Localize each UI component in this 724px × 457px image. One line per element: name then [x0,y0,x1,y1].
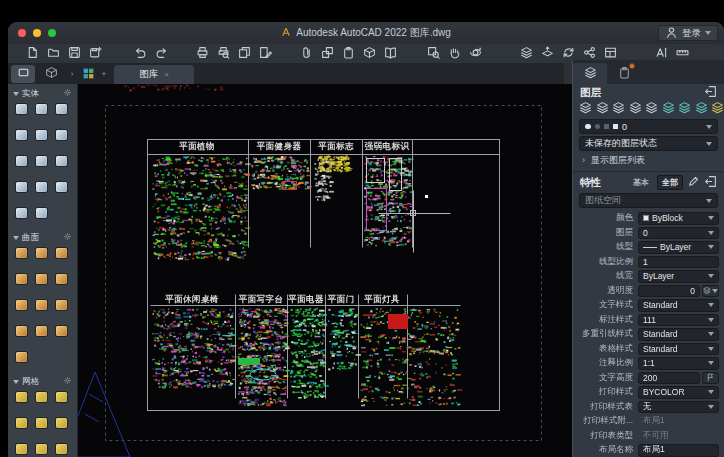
save-button[interactable] [64,45,85,62]
tool-thumbnail-icon[interactable] [35,103,48,115]
tool-thumbnail-icon[interactable] [35,129,48,141]
view-all-button[interactable]: 全部 [657,175,683,190]
gear-icon[interactable] [63,232,72,243]
property-dropdown[interactable]: Standard [638,299,719,312]
move-layer-button[interactable] [537,45,558,62]
tool-thumbnail-icon[interactable] [15,443,28,455]
undo-button[interactable] [130,45,151,62]
tool-thumbnail-icon[interactable] [15,103,28,115]
tool-thumbnail-icon[interactable] [35,443,48,455]
content-button[interactable] [380,45,401,62]
tool-thumbnail-icon[interactable] [55,247,68,259]
tool-thumbnail-icon[interactable] [55,103,68,115]
drawing-tab[interactable]: 图库 × [114,65,194,84]
tool-thumbnail-icon[interactable] [35,155,48,167]
linetype-dropdown[interactable]: ByLayer [638,241,719,254]
properties-tab[interactable] [607,63,641,84]
layer-unlock-button[interactable] [695,100,708,118]
freeze-layer-button[interactable] [612,100,625,118]
pick-value-button[interactable] [702,372,719,385]
new-file-button[interactable] [22,45,43,62]
layers-button[interactable] [516,45,537,62]
orbit-button[interactable] [465,45,486,62]
property-dropdown[interactable]: Standard [638,343,719,356]
close-tab-icon[interactable]: × [164,70,169,79]
transparency-picker-button[interactable] [702,285,719,298]
tool-thumbnail-icon[interactable] [15,129,28,141]
tool-thumbnail-icon[interactable] [15,325,28,337]
property-input[interactable]: 1 [638,256,719,269]
tool-thumbnail-icon[interactable] [35,417,48,429]
drawing-canvas[interactable] [78,84,572,457]
tab-overflow-chevron[interactable]: › [64,65,80,83]
tool-thumbnail-icon[interactable] [35,391,48,403]
tool-thumbnail-icon[interactable] [35,273,48,285]
login-button[interactable]: 登录 [658,25,718,41]
property-input[interactable]: 布局1 [638,444,719,457]
tool-thumbnail-icon[interactable] [35,299,48,311]
auto-hide-icon[interactable] [704,85,717,100]
layers-tab[interactable] [573,63,607,84]
tool-thumbnail-icon[interactable] [55,181,68,193]
tool-thumbnail-icon[interactable] [15,181,28,193]
current-layer-combo[interactable]: 0 [579,119,718,134]
tool-thumbnail-icon[interactable] [15,273,28,285]
color-dropdown[interactable]: ByBlock [638,212,719,225]
layer-on-button[interactable] [662,100,675,118]
redo-button[interactable] [151,45,172,62]
property-dropdown[interactable]: 111 [638,314,719,327]
tool-thumbnail-icon[interactable] [55,417,68,429]
view-basic-button[interactable]: 基本 [629,176,653,189]
palette-tab-3d[interactable] [39,65,63,83]
tool-thumbnail-icon[interactable] [35,325,48,337]
new-drawing-tab-button[interactable]: + [96,65,112,83]
zoom-window-button[interactable] [423,45,444,62]
lock-layer-button[interactable] [629,100,642,118]
property-input[interactable]: 200 [638,372,700,385]
tool-thumbnail-icon[interactable] [55,129,68,141]
selection-type-combo[interactable]: 图纸空间 [579,193,718,208]
pan-button[interactable] [444,45,465,62]
edit-button[interactable] [255,45,276,62]
tool-thumbnail-icon[interactable] [35,207,48,219]
layer-color-button[interactable] [711,100,724,118]
tool-thumbnail-icon[interactable] [55,273,68,285]
property-dropdown[interactable]: 1:1 [638,357,719,370]
gear-icon[interactable] [63,88,72,99]
start-tab-icon[interactable] [80,65,96,83]
plot-button[interactable] [192,45,213,62]
tool-thumbnail-icon[interactable] [55,155,68,167]
tool-thumbnail-icon[interactable] [15,351,28,363]
property-dropdown[interactable]: 0 [638,227,719,240]
layer-thaw-button[interactable] [678,100,691,118]
open-button[interactable] [43,45,64,62]
tool-thumbnail-icon[interactable] [55,391,68,403]
copy-button[interactable] [234,45,255,62]
tool-thumbnail-icon[interactable] [35,181,48,193]
quick-select-icon[interactable] [687,175,700,190]
tool-thumbnail-icon[interactable] [15,207,28,219]
tool-thumbnail-icon[interactable] [55,325,68,337]
paste-button[interactable] [338,45,359,62]
tool-thumbnail-icon[interactable] [35,247,48,259]
tool-thumbnail-icon[interactable] [15,299,28,311]
layer-properties-button[interactable] [579,100,592,118]
tool-thumbnail-icon[interactable] [15,417,28,429]
transparency-input[interactable]: 0 [638,285,700,298]
tool-thumbnail-icon[interactable] [15,155,28,167]
layer-state-combo[interactable]: 未保存的图层状态 [579,136,718,151]
property-dropdown[interactable]: 无 [638,401,719,414]
tool-thumbnail-icon[interactable] [55,443,68,455]
palette-section-header-1[interactable]: 实体 [8,86,77,101]
layer-states-button[interactable] [645,100,658,118]
palette-section-header-3[interactable]: 网格 [8,374,77,389]
auto-hide-icon[interactable] [704,175,717,190]
palette-tab-2d[interactable] [11,65,35,83]
plot-preview-button[interactable] [213,45,234,62]
property-dropdown[interactable]: Standard [638,328,719,341]
show-layer-list-toggle[interactable]: › 显示图层列表 [573,153,724,167]
tool-thumbnail-icon[interactable] [15,247,28,259]
tool-thumbnail-icon[interactable] [15,391,28,403]
gear-icon[interactable] [63,376,72,387]
new-layer-button[interactable] [596,100,609,118]
